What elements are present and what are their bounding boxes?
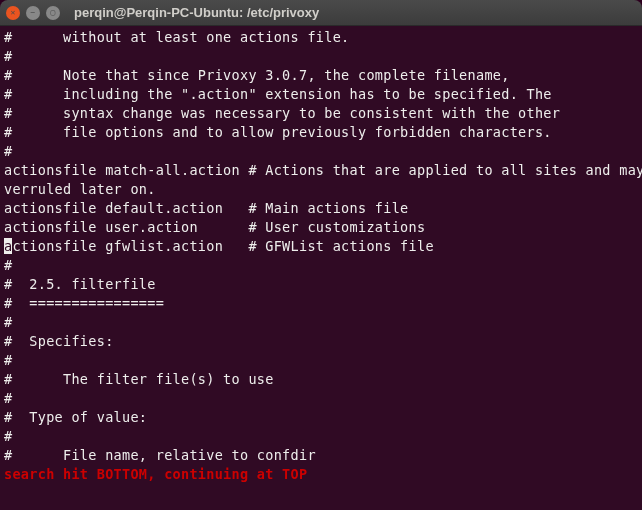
terminal-line: actionsfile gfwlist.action # GFWList act… bbox=[4, 237, 638, 256]
minimize-icon: − bbox=[31, 8, 36, 17]
terminal-line: # file options and to allow previously f… bbox=[4, 123, 638, 142]
terminal-line: # 2.5. filterfile bbox=[4, 275, 638, 294]
titlebar: ✕ − ▢ perqin@Perqin-PC-Ubuntu: /etc/priv… bbox=[0, 0, 642, 26]
terminal-line: actionsfile user.action # User customiza… bbox=[4, 218, 638, 237]
window-title: perqin@Perqin-PC-Ubuntu: /etc/privoxy bbox=[74, 5, 319, 20]
terminal-line: # Specifies: bbox=[4, 332, 638, 351]
window-buttons: ✕ − ▢ bbox=[6, 6, 60, 20]
close-icon: ✕ bbox=[11, 8, 16, 17]
terminal-line: # syntax change was necessary to be cons… bbox=[4, 104, 638, 123]
minimize-button[interactable]: − bbox=[26, 6, 40, 20]
terminal-line: # Note that since Privoxy 3.0.7, the com… bbox=[4, 66, 638, 85]
cursor: a bbox=[4, 238, 12, 254]
terminal-line: # ================ bbox=[4, 294, 638, 313]
terminal-line: # bbox=[4, 47, 638, 66]
terminal-line: # Type of value: bbox=[4, 408, 638, 427]
terminal-line: # bbox=[4, 427, 638, 446]
terminal-line: actionsfile default.action # Main action… bbox=[4, 199, 638, 218]
terminal-line: # without at least one actions file. bbox=[4, 28, 638, 47]
search-status: search hit BOTTOM, continuing at TOP bbox=[4, 465, 638, 484]
terminal-line: verruled later on. bbox=[4, 180, 638, 199]
terminal-line: # including the ".action" extension has … bbox=[4, 85, 638, 104]
terminal-line: # The filter file(s) to use bbox=[4, 370, 638, 389]
maximize-button[interactable]: ▢ bbox=[46, 6, 60, 20]
close-button[interactable]: ✕ bbox=[6, 6, 20, 20]
terminal-content[interactable]: # without at least one actions file.## N… bbox=[0, 26, 642, 510]
maximize-icon: ▢ bbox=[51, 8, 56, 17]
terminal-line: # bbox=[4, 313, 638, 332]
terminal-line: # bbox=[4, 142, 638, 161]
terminal-line: # bbox=[4, 256, 638, 275]
terminal-window: ✕ − ▢ perqin@Perqin-PC-Ubuntu: /etc/priv… bbox=[0, 0, 642, 510]
terminal-line: # File name, relative to confdir bbox=[4, 446, 638, 465]
terminal-line: actionsfile match-all.action # Actions t… bbox=[4, 161, 638, 180]
terminal-line: # bbox=[4, 351, 638, 370]
terminal-line: # bbox=[4, 389, 638, 408]
